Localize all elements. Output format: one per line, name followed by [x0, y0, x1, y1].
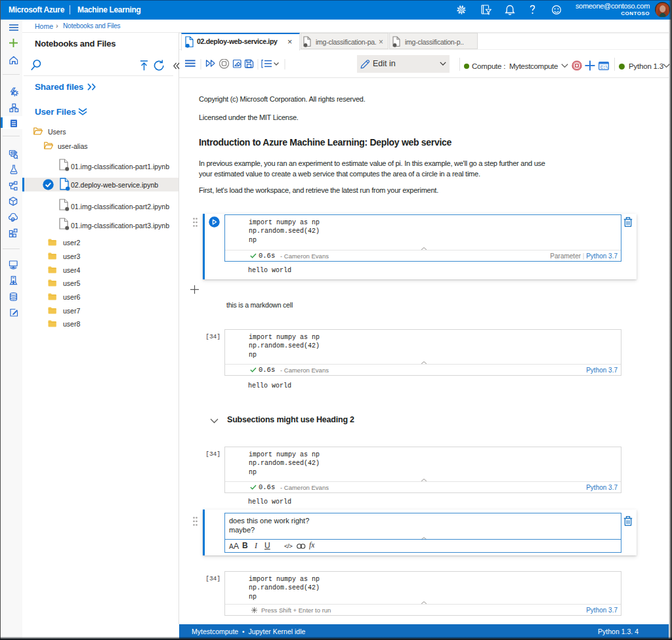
svg-text:C:\: C:\: [600, 66, 608, 70]
